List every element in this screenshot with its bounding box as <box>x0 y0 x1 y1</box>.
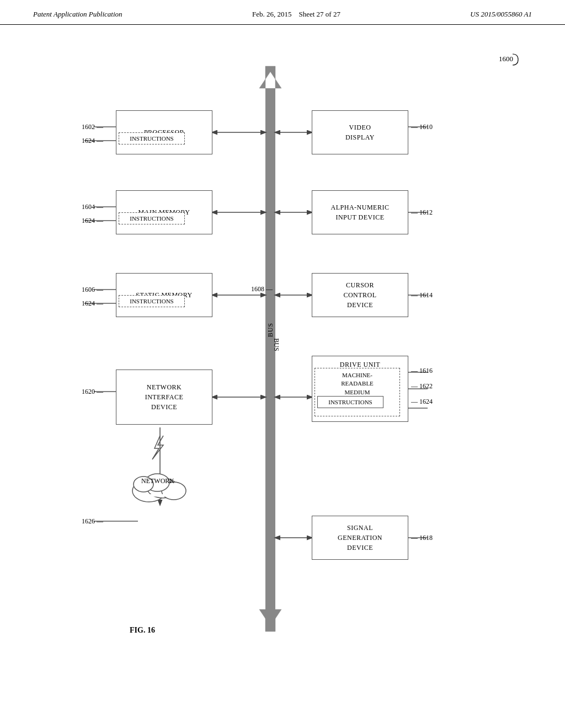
processor-instructions-box: INSTRUCTIONS <box>119 132 185 144</box>
video-display-label: VIDEO DISPLAY <box>345 122 375 142</box>
cursor-control-box: CURSOR CONTROL DEVICE <box>312 273 408 317</box>
static-memory-instructions-label: INSTRUCTIONS <box>130 298 173 304</box>
header-publication-type: Patent Application Publication <box>33 10 122 19</box>
processor-instructions-label: INSTRUCTIONS <box>130 135 173 142</box>
figure-caption: FIG. 16 <box>130 626 155 635</box>
diagram-ref-1600: 1600 <box>482 51 521 70</box>
alpha-numeric-box: ALPHA-NUMERIC INPUT DEVICE <box>312 190 408 234</box>
header-patent-number: US 2015/0055860 A1 <box>470 10 532 19</box>
machine-readable-box: MACHINE- READABLE MEDIUM <box>315 368 400 416</box>
ref-1616: — 1616 <box>411 367 433 375</box>
signal-generation-label: SIGNAL GENERATION DEVICE <box>338 523 382 553</box>
network-label: NETWORK <box>136 477 180 485</box>
ref-1624-processor: 1624 — <box>82 137 103 145</box>
diagram-area: 1600 BUS <box>0 25 565 698</box>
alpha-numeric-label: ALPHA-NUMERIC INPUT DEVICE <box>331 202 390 222</box>
ref-1622: — 1622 <box>411 382 433 390</box>
ref-1612: — 1612 <box>411 208 433 217</box>
ref-1624-static: 1624 — <box>82 299 103 308</box>
svg-marker-3 <box>259 609 281 631</box>
signal-generation-box: SIGNAL GENERATION DEVICE <box>312 516 408 560</box>
network-interface-label: NETWORK INTERFACE DEVICE <box>145 382 184 412</box>
main-memory-instructions-box: INSTRUCTIONS <box>119 212 185 224</box>
cursor-control-label: CURSOR CONTROL DEVICE <box>343 280 376 310</box>
header-date-sheet: Feb. 26, 2015 Sheet 27 of 27 <box>252 10 340 19</box>
svg-text:1600: 1600 <box>499 55 513 63</box>
ref-1610: — 1610 <box>411 123 433 131</box>
ref-1604: 1604 — <box>82 203 103 211</box>
ref-1606: 1606 — <box>82 286 103 294</box>
main-memory-instructions-label: INSTRUCTIONS <box>130 215 173 222</box>
machine-readable-label: MACHINE- READABLE MEDIUM <box>315 371 399 397</box>
ref-1626: 1626 — <box>82 517 103 526</box>
drive-instructions-label: INSTRUCTIONS <box>328 399 372 405</box>
ref-1624-main: 1624 — <box>82 217 103 225</box>
drive-instructions-box: INSTRUCTIONS <box>317 396 383 408</box>
svg-text:BUS: BUS <box>273 338 280 351</box>
lightning-bolt <box>148 433 170 461</box>
ref-1620: 1620 — <box>82 388 103 396</box>
ref-1602: 1602 — <box>82 123 103 131</box>
svg-marker-1 <box>259 66 281 88</box>
bus-label: BUS <box>266 323 275 337</box>
ref-1618: — 1618 <box>411 534 433 542</box>
network-interface-box: NETWORK INTERFACE DEVICE <box>116 370 212 425</box>
page-header: Patent Application Publication Feb. 26, … <box>0 0 565 25</box>
static-memory-instructions-box: INSTRUCTIONS <box>119 295 185 307</box>
ref-1624-drive: — 1624 <box>411 398 433 406</box>
ref-1608: 1608 — <box>251 285 273 293</box>
ref-1614: — 1614 <box>411 291 433 299</box>
video-display-box: VIDEO DISPLAY <box>312 110 408 154</box>
